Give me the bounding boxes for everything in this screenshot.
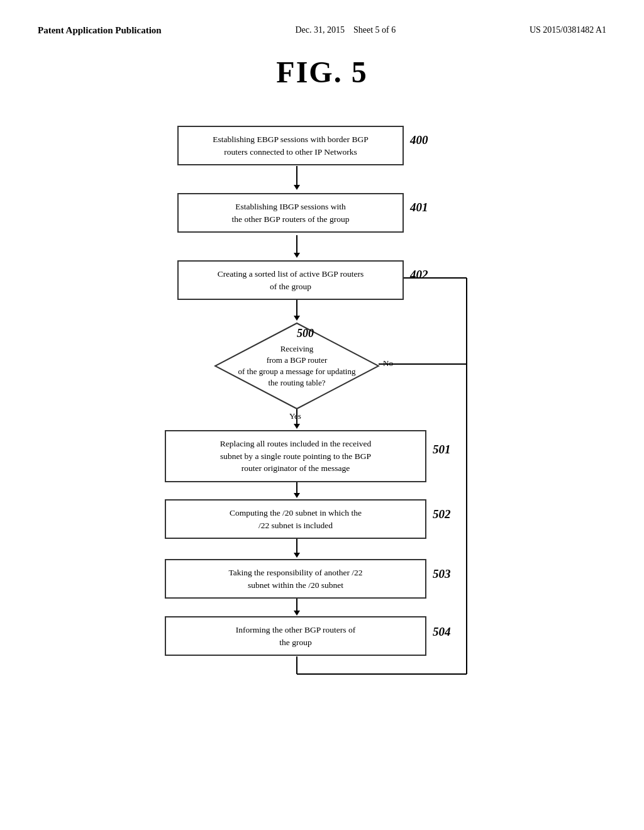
svg-marker-1 <box>294 185 300 190</box>
header: Patent Application Publication Dec. 31, … <box>38 25 606 36</box>
box-400-text: Establishing EBGP sessions with border B… <box>213 135 368 157</box>
date-label: Dec. 31, 2015 <box>295 25 345 35</box>
svg-marker-7 <box>294 424 300 429</box>
svg-marker-5 <box>294 316 300 321</box>
box-401-text: Establishing IBGP sessions withthe other… <box>232 202 350 224</box>
patent-number: US 2015/0381482 A1 <box>530 25 606 35</box>
yes-label: Yes <box>289 411 301 421</box>
header-left: Patent Application Publication <box>38 25 162 36</box>
box-502-text: Computing the /20 subnet in which the/22… <box>230 508 362 530</box>
flowchart: Establishing EBGP sessions with border B… <box>102 114 542 743</box>
box-501: Replacing all routes included in the rec… <box>165 430 426 482</box>
box-402: Creating a sorted list of active BGP rou… <box>177 260 404 300</box>
box-402-text: Creating a sorted list of active BGP rou… <box>218 269 364 291</box>
box-400: Establishing EBGP sessions with border B… <box>177 126 404 165</box>
label-500: 500 <box>297 327 314 340</box>
label-503: 503 <box>433 567 451 581</box>
svg-marker-3 <box>294 253 300 258</box>
svg-marker-11 <box>294 553 300 558</box>
figure-title: FIG. 5 <box>38 55 606 89</box>
box-504-text: Informing the other BGP routers ofthe gr… <box>236 625 355 647</box>
diamond-500-text: Receivingfrom a BGP routerof the group a… <box>238 343 355 389</box>
box-503: Taking the responsibility of another /22… <box>165 559 426 599</box>
no-label: No <box>383 358 393 368</box>
label-504: 504 <box>433 625 451 639</box>
box-401: Establishing IBGP sessions withthe other… <box>177 193 404 233</box>
publication-label: Patent Application Publication <box>38 25 162 35</box>
header-center: Dec. 31, 2015 Sheet 5 of 6 <box>295 25 396 35</box>
box-501-text: Replacing all routes included in the rec… <box>220 439 372 473</box>
svg-marker-13 <box>294 611 300 616</box>
label-501: 501 <box>433 443 451 456</box>
svg-marker-9 <box>294 493 300 498</box>
label-502: 502 <box>433 507 451 521</box>
header-right: US 2015/0381482 A1 <box>530 25 606 35</box>
box-504: Informing the other BGP routers ofthe gr… <box>165 616 426 656</box>
label-402: 402 <box>410 268 428 282</box>
box-503-text: Taking the responsibility of another /22… <box>228 568 362 590</box>
box-502: Computing the /20 subnet in which the/22… <box>165 499 426 539</box>
label-401: 401 <box>410 201 428 214</box>
page: Patent Application Publication Dec. 31, … <box>0 0 644 830</box>
label-400: 400 <box>410 133 428 147</box>
sheet-label: Sheet 5 of 6 <box>353 25 396 35</box>
